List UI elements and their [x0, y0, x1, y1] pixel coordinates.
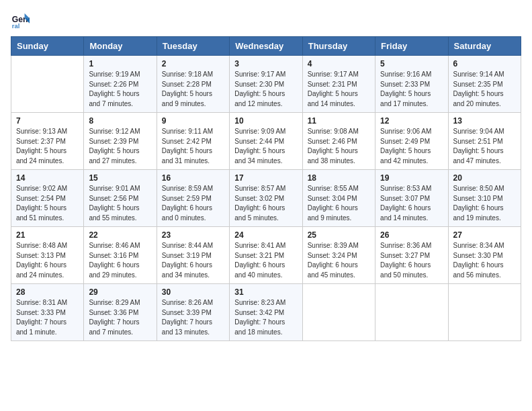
column-header-wednesday: Wednesday [230, 37, 302, 56]
calendar-cell: 8Sunrise: 9:12 AM Sunset: 2:39 PM Daylig… [84, 113, 157, 170]
calendar-cell: 26Sunrise: 8:36 AM Sunset: 3:27 PM Dayli… [375, 227, 448, 284]
calendar-table: SundayMondayTuesdayWednesdayThursdayFrid… [11, 36, 521, 341]
day-info: Sunrise: 8:31 AM Sunset: 3:33 PM Dayligh… [16, 298, 79, 337]
day-info: Sunrise: 9:14 AM Sunset: 2:35 PM Dayligh… [453, 70, 516, 109]
calendar-week-1: 1Sunrise: 9:19 AM Sunset: 2:26 PM Daylig… [11, 56, 521, 113]
day-info: Sunrise: 9:09 AM Sunset: 2:44 PM Dayligh… [234, 127, 297, 166]
calendar-cell: 4Sunrise: 9:17 AM Sunset: 2:31 PM Daylig… [302, 56, 375, 113]
day-info: Sunrise: 9:01 AM Sunset: 2:56 PM Dayligh… [89, 184, 151, 223]
day-info: Sunrise: 8:29 AM Sunset: 3:36 PM Dayligh… [89, 298, 151, 337]
day-number: 11 [308, 116, 370, 126]
day-number: 25 [308, 230, 370, 240]
day-number: 22 [89, 230, 151, 240]
calendar-week-4: 21Sunrise: 8:48 AM Sunset: 3:13 PM Dayli… [11, 227, 521, 284]
day-info: Sunrise: 9:11 AM Sunset: 2:42 PM Dayligh… [162, 127, 224, 166]
day-number: 20 [453, 173, 516, 183]
day-number: 26 [380, 230, 443, 240]
calendar-cell: 22Sunrise: 8:46 AM Sunset: 3:16 PM Dayli… [84, 227, 157, 284]
calendar-cell [448, 284, 521, 341]
column-header-friday: Friday [375, 37, 448, 56]
day-info: Sunrise: 9:16 AM Sunset: 2:33 PM Dayligh… [380, 70, 443, 109]
day-info: Sunrise: 9:02 AM Sunset: 2:54 PM Dayligh… [16, 184, 79, 223]
calendar-week-3: 14Sunrise: 9:02 AM Sunset: 2:54 PM Dayli… [11, 170, 521, 227]
calendar-cell: 29Sunrise: 8:29 AM Sunset: 3:36 PM Dayli… [84, 284, 157, 341]
day-number: 14 [16, 173, 79, 183]
column-header-sunday: Sunday [11, 37, 84, 56]
day-number: 7 [16, 116, 79, 126]
column-header-thursday: Thursday [302, 37, 375, 56]
day-number: 17 [234, 173, 297, 183]
day-info: Sunrise: 9:13 AM Sunset: 2:37 PM Dayligh… [16, 127, 79, 166]
calendar-cell: 15Sunrise: 9:01 AM Sunset: 2:56 PM Dayli… [84, 170, 157, 227]
day-number: 12 [380, 116, 443, 126]
calendar-cell: 25Sunrise: 8:39 AM Sunset: 3:24 PM Dayli… [302, 227, 375, 284]
calendar-cell: 23Sunrise: 8:44 AM Sunset: 3:19 PM Dayli… [157, 227, 229, 284]
calendar-cell: 5Sunrise: 9:16 AM Sunset: 2:33 PM Daylig… [375, 56, 448, 113]
calendar-cell: 24Sunrise: 8:41 AM Sunset: 3:21 PM Dayli… [230, 227, 302, 284]
calendar-cell: 9Sunrise: 9:11 AM Sunset: 2:42 PM Daylig… [157, 113, 229, 170]
calendar-cell: 27Sunrise: 8:34 AM Sunset: 3:30 PM Dayli… [448, 227, 521, 284]
day-number: 19 [380, 173, 443, 183]
day-info: Sunrise: 8:55 AM Sunset: 3:04 PM Dayligh… [308, 184, 370, 223]
day-info: Sunrise: 8:48 AM Sunset: 3:13 PM Dayligh… [16, 241, 79, 280]
calendar-header: SundayMondayTuesdayWednesdayThursdayFrid… [11, 37, 521, 56]
day-number: 8 [89, 116, 151, 126]
calendar-cell [375, 284, 448, 341]
calendar-week-5: 28Sunrise: 8:31 AM Sunset: 3:33 PM Dayli… [11, 284, 521, 341]
calendar-cell: 3Sunrise: 9:17 AM Sunset: 2:30 PM Daylig… [230, 56, 302, 113]
day-number: 24 [234, 230, 297, 240]
day-info: Sunrise: 8:41 AM Sunset: 3:21 PM Dayligh… [234, 241, 297, 280]
logo: Gene ral [11, 11, 32, 30]
day-info: Sunrise: 8:23 AM Sunset: 3:42 PM Dayligh… [234, 298, 297, 337]
day-info: Sunrise: 9:19 AM Sunset: 2:26 PM Dayligh… [89, 70, 151, 109]
svg-text:ral: ral [12, 23, 19, 30]
column-header-tuesday: Tuesday [157, 37, 229, 56]
day-info: Sunrise: 8:39 AM Sunset: 3:24 PM Dayligh… [308, 241, 370, 280]
calendar-cell: 30Sunrise: 8:26 AM Sunset: 3:39 PM Dayli… [157, 284, 229, 341]
calendar-cell: 28Sunrise: 8:31 AM Sunset: 3:33 PM Dayli… [11, 284, 84, 341]
day-number: 3 [234, 59, 297, 68]
page-header: Gene ral [11, 11, 521, 30]
calendar-cell: 20Sunrise: 8:50 AM Sunset: 3:10 PM Dayli… [448, 170, 521, 227]
day-number: 2 [162, 59, 224, 68]
day-info: Sunrise: 8:46 AM Sunset: 3:16 PM Dayligh… [89, 241, 151, 280]
calendar-cell: 17Sunrise: 8:57 AM Sunset: 3:02 PM Dayli… [230, 170, 302, 227]
day-info: Sunrise: 9:17 AM Sunset: 2:31 PM Dayligh… [308, 70, 370, 109]
day-number: 9 [162, 116, 224, 126]
day-number: 5 [380, 59, 443, 68]
day-number: 30 [162, 287, 224, 297]
logo-icon: Gene ral [11, 11, 30, 30]
calendar-cell: 10Sunrise: 9:09 AM Sunset: 2:44 PM Dayli… [230, 113, 302, 170]
day-info: Sunrise: 9:17 AM Sunset: 2:30 PM Dayligh… [234, 70, 297, 109]
calendar-cell: 16Sunrise: 8:59 AM Sunset: 2:59 PM Dayli… [157, 170, 229, 227]
day-info: Sunrise: 8:36 AM Sunset: 3:27 PM Dayligh… [380, 241, 443, 280]
calendar-cell [302, 284, 375, 341]
calendar-cell: 1Sunrise: 9:19 AM Sunset: 2:26 PM Daylig… [84, 56, 157, 113]
calendar-cell: 7Sunrise: 9:13 AM Sunset: 2:37 PM Daylig… [11, 113, 84, 170]
day-number: 16 [162, 173, 224, 183]
day-number: 27 [453, 230, 516, 240]
day-number: 29 [89, 287, 151, 297]
day-info: Sunrise: 9:04 AM Sunset: 2:51 PM Dayligh… [453, 127, 516, 166]
day-number: 23 [162, 230, 224, 240]
day-info: Sunrise: 8:26 AM Sunset: 3:39 PM Dayligh… [162, 298, 224, 337]
day-number: 1 [89, 59, 151, 68]
calendar-cell: 12Sunrise: 9:06 AM Sunset: 2:49 PM Dayli… [375, 113, 448, 170]
day-info: Sunrise: 9:06 AM Sunset: 2:49 PM Dayligh… [380, 127, 443, 166]
calendar-cell: 19Sunrise: 8:53 AM Sunset: 3:07 PM Dayli… [375, 170, 448, 227]
day-info: Sunrise: 8:57 AM Sunset: 3:02 PM Dayligh… [234, 184, 297, 223]
column-header-monday: Monday [84, 37, 157, 56]
calendar-cell: 13Sunrise: 9:04 AM Sunset: 2:51 PM Dayli… [448, 113, 521, 170]
calendar-week-2: 7Sunrise: 9:13 AM Sunset: 2:37 PM Daylig… [11, 113, 521, 170]
column-header-saturday: Saturday [448, 37, 521, 56]
day-number: 28 [16, 287, 79, 297]
calendar-cell: 6Sunrise: 9:14 AM Sunset: 2:35 PM Daylig… [448, 56, 521, 113]
calendar-cell: 14Sunrise: 9:02 AM Sunset: 2:54 PM Dayli… [11, 170, 84, 227]
day-number: 4 [308, 59, 370, 68]
day-info: Sunrise: 8:50 AM Sunset: 3:10 PM Dayligh… [453, 184, 516, 223]
calendar-cell: 21Sunrise: 8:48 AM Sunset: 3:13 PM Dayli… [11, 227, 84, 284]
day-info: Sunrise: 8:53 AM Sunset: 3:07 PM Dayligh… [380, 184, 443, 223]
calendar-cell: 2Sunrise: 9:18 AM Sunset: 2:28 PM Daylig… [157, 56, 229, 113]
calendar-cell: 31Sunrise: 8:23 AM Sunset: 3:42 PM Dayli… [230, 284, 302, 341]
day-number: 15 [89, 173, 151, 183]
